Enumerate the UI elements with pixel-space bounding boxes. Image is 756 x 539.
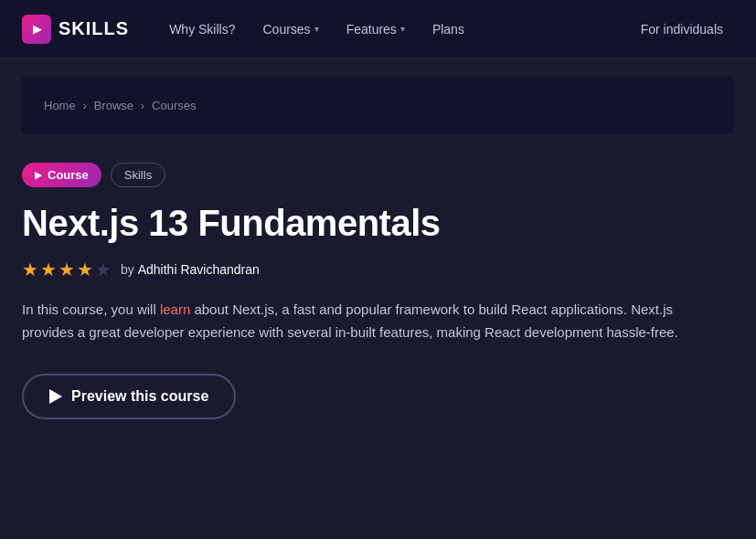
logo-icon	[22, 15, 51, 44]
nav-features[interactable]: Features ▾	[335, 15, 416, 44]
nav-why-skills[interactable]: Why Skills?	[158, 15, 246, 44]
logo-text: SKILLS	[59, 18, 129, 39]
star-2: ★	[40, 259, 57, 280]
skills-tag[interactable]: Skills	[111, 163, 165, 187]
main-content: ▶ Course Skills Next.js 13 Fundamentals …	[0, 144, 756, 456]
course-tag[interactable]: ▶ Course	[22, 163, 101, 187]
course-description: In this course, you will learn about Nex…	[22, 299, 680, 344]
tags-row: ▶ Course Skills	[22, 163, 734, 187]
breadcrumb: Home › Browse › Courses	[22, 77, 734, 135]
star-rating: ★ ★ ★ ★ ★	[22, 259, 112, 280]
star-5: ★	[95, 259, 112, 280]
breadcrumb-separator: ›	[141, 100, 144, 112]
star-4: ★	[77, 259, 93, 280]
chevron-down-icon: ▾	[314, 24, 319, 34]
nav-links: Why Skills? Courses ▾ Features ▾ Plans	[158, 15, 630, 44]
nav-for-individuals[interactable]: For individuals	[630, 15, 734, 44]
description-highlight: learn	[160, 301, 190, 317]
breadcrumb-home[interactable]: Home	[44, 99, 76, 112]
breadcrumb-separator: ›	[83, 100, 87, 112]
star-1: ★	[22, 259, 38, 280]
rating-row: ★ ★ ★ ★ ★ by Adhithi Ravichandran	[22, 259, 734, 280]
preview-course-button[interactable]: Preview this course	[22, 374, 236, 419]
play-icon: ▶	[35, 170, 42, 180]
breadcrumb-browse[interactable]: Browse	[94, 99, 133, 112]
author-text: by Adhithi Ravichandran	[121, 262, 260, 277]
breadcrumb-section: Home › Browse › Courses	[0, 58, 756, 144]
logo[interactable]: SKILLS	[22, 15, 129, 44]
navigation: SKILLS Why Skills? Courses ▾ Features ▾ …	[0, 0, 756, 58]
nav-courses[interactable]: Courses ▾	[251, 15, 329, 44]
course-title: Next.js 13 Fundamentals	[22, 202, 734, 244]
play-button-icon	[49, 389, 62, 404]
star-3: ★	[59, 259, 75, 280]
chevron-down-icon: ▾	[400, 24, 405, 34]
nav-plans[interactable]: Plans	[421, 15, 475, 44]
author-name: Adhithi Ravichandran	[138, 262, 260, 277]
breadcrumb-courses[interactable]: Courses	[152, 99, 196, 112]
